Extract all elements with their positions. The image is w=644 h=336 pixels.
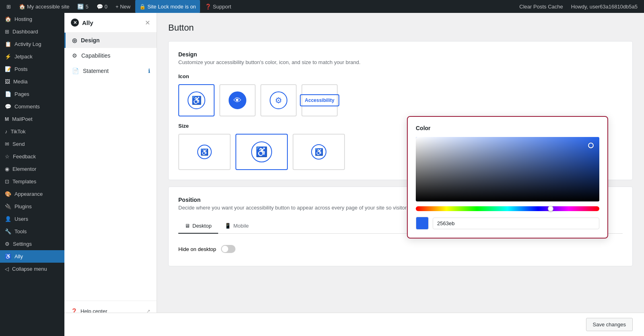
- plugin-title: ✕ Ally: [71, 19, 93, 27]
- howdy-link[interactable]: Howdy, user63a16810db5a5: [568, 4, 641, 10]
- sidebar-item-jetpack[interactable]: ⚡ Jetpack: [0, 50, 64, 63]
- nav-item-capabilities[interactable]: ⚙ Capabilities: [64, 48, 157, 63]
- sidebar-item-pages[interactable]: 📄 Pages: [0, 88, 64, 100]
- desktop-tab-label: Desktop: [192, 223, 212, 229]
- color-hex-input[interactable]: [433, 218, 599, 229]
- site-name: My accessible site: [27, 4, 69, 10]
- size-option-small[interactable]: ♿: [178, 134, 231, 170]
- posts-icon: 📝: [5, 66, 11, 72]
- size-option-medium[interactable]: ♿: [235, 134, 288, 170]
- sidebar-item-plugins[interactable]: 🔌 Plugins: [0, 200, 64, 213]
- sidebar-item-send[interactable]: ✉ Send: [0, 138, 64, 150]
- sidebar-item-settings[interactable]: ⚙ Settings: [0, 238, 64, 250]
- activity-log-label: Activity Log: [14, 41, 41, 47]
- tiktok-icon: ♪: [5, 129, 8, 135]
- main-content: Button Design Customize your accessibili…: [157, 13, 644, 336]
- sidebar-item-tools[interactable]: 🔧 Tools: [0, 225, 64, 238]
- color-picker-title: Color: [416, 125, 599, 131]
- sidebar-item-feedback[interactable]: ☆ Feedback: [0, 150, 64, 163]
- site-home-icon: 🏠: [19, 4, 25, 10]
- mobile-icon: 📱: [225, 223, 231, 229]
- support-icon: ❓: [205, 4, 211, 10]
- feedback-icon: ☆: [5, 153, 10, 160]
- icon-option-eye-slash[interactable]: 👁: [219, 84, 256, 116]
- icon-section-label: Icon: [178, 73, 623, 79]
- desktop-icon: 🖥: [185, 223, 190, 229]
- support-link[interactable]: ❓ Support: [202, 0, 235, 13]
- sidebar-item-templates[interactable]: ⊡ Templates: [0, 175, 64, 188]
- sidebar-item-elementor[interactable]: ◉ Elementor: [0, 163, 64, 175]
- size-option-large[interactable]: ♿: [293, 134, 345, 170]
- sidebar-item-ally[interactable]: ♿ Ally: [0, 250, 64, 263]
- icon-option-person[interactable]: ♿: [178, 84, 215, 116]
- capabilities-nav-label: Capabilities: [81, 52, 110, 59]
- hue-slider[interactable]: [416, 206, 599, 211]
- close-icon[interactable]: ✕: [145, 19, 150, 27]
- appearance-label: Appearance: [14, 191, 43, 197]
- icon-option-sliders[interactable]: ⚙: [260, 84, 297, 116]
- lock-icon: 🔒: [139, 4, 146, 10]
- sidebar-item-dashboard[interactable]: ⊞ Dashboard: [0, 25, 64, 38]
- sidebar-item-posts[interactable]: 📝 Posts: [0, 63, 64, 75]
- plugin-header: ✕ Ally ✕: [64, 13, 157, 33]
- dashboard-label: Dashboard: [12, 29, 38, 35]
- site-lock-label: Site Lock mode is on: [147, 4, 196, 10]
- feedback-label: Feedback: [13, 153, 36, 160]
- pages-icon: 📄: [5, 91, 11, 97]
- statement-nav-icon: 📄: [72, 68, 79, 74]
- main-layout: 🏠 Hosting ⊞ Dashboard 📋 Activity Log ⚡ J…: [0, 13, 644, 336]
- posts-label: Posts: [14, 66, 28, 72]
- color-swatch[interactable]: [416, 217, 429, 230]
- sidebar-item-hosting[interactable]: 🏠 Hosting: [0, 13, 64, 25]
- wp-logo-icon: ⊞: [6, 4, 11, 10]
- sidebar-item-media[interactable]: 🖼 Media: [0, 75, 64, 88]
- sidebar-item-appearance[interactable]: 🎨 Appearance: [0, 188, 64, 200]
- size-md-icon: ♿: [251, 141, 272, 162]
- collapse-icon: ◁: [5, 266, 9, 272]
- design-card-desc: Customize your accessibility button's co…: [178, 59, 623, 65]
- sidebar-item-activity-log[interactable]: 📋 Activity Log: [0, 38, 64, 50]
- color-input-row: [416, 217, 599, 230]
- admin-bar-right: Clear Posts Cache Howdy, user63a16810db5…: [516, 4, 641, 10]
- elementor-icon: ◉: [5, 166, 9, 172]
- hide-desktop-toggle[interactable]: [221, 245, 235, 253]
- hosting-icon: 🏠: [5, 16, 11, 22]
- clear-cache-button[interactable]: Clear Posts Cache: [516, 4, 566, 10]
- comments-link[interactable]: 💬 0: [93, 0, 111, 13]
- sidebar-item-mailpoet[interactable]: M MailPoet: [0, 113, 64, 125]
- design-card: Design Customize your accessibility butt…: [168, 41, 633, 180]
- tab-desktop[interactable]: 🖥 Desktop: [178, 219, 218, 234]
- sliders-icon: ⚙: [270, 91, 287, 109]
- mobile-tab-label: Mobile: [233, 223, 249, 229]
- sidebar-item-comments[interactable]: 💬 Comments: [0, 100, 64, 113]
- new-content-link[interactable]: + New: [112, 0, 134, 13]
- icon-option-text[interactable]: Accessibility: [301, 84, 338, 116]
- person-accessibility-icon: ♿: [188, 91, 205, 109]
- elementor-label: Elementor: [12, 166, 36, 172]
- support-label: Support: [213, 4, 231, 10]
- tab-mobile[interactable]: 📱 Mobile: [218, 219, 255, 234]
- capabilities-nav-icon: ⚙: [72, 52, 77, 59]
- settings-icon: ⚙: [5, 241, 10, 247]
- activity-log-icon: 📋: [5, 41, 11, 47]
- nav-item-design[interactable]: ◎ Design: [64, 33, 157, 48]
- sidebar-item-users[interactable]: 👤 Users: [0, 213, 64, 225]
- save-changes-button[interactable]: Save changes: [586, 318, 633, 331]
- sidebar-item-tiktok[interactable]: ♪ TikTok: [0, 125, 64, 138]
- page-title: Button: [168, 23, 633, 33]
- comments-nav-icon: 💬: [5, 104, 11, 110]
- collapse-menu-button[interactable]: ◁ Collapse menu: [0, 263, 64, 275]
- color-gradient-picker[interactable]: [416, 137, 599, 201]
- gradient-cursor: [588, 143, 594, 148]
- clear-cache-label: Clear Posts Cache: [519, 4, 563, 10]
- info-icon: ℹ: [148, 68, 150, 74]
- admin-bar: ⊞ 🏠 My accessible site 🔄 5 💬 0 + New 🔒 S…: [0, 0, 644, 13]
- ally-icon: ♿: [5, 253, 11, 259]
- site-lock-button[interactable]: 🔒 Site Lock mode is on: [135, 0, 200, 13]
- new-label: + New: [116, 4, 130, 10]
- media-icon: 🖼: [5, 79, 10, 85]
- nav-item-statement[interactable]: 📄 Statement ℹ: [64, 63, 157, 79]
- site-name-link[interactable]: 🏠 My accessible site: [16, 0, 72, 13]
- updates-link[interactable]: 🔄 5: [74, 0, 91, 13]
- wp-logo-link[interactable]: ⊞: [3, 0, 14, 13]
